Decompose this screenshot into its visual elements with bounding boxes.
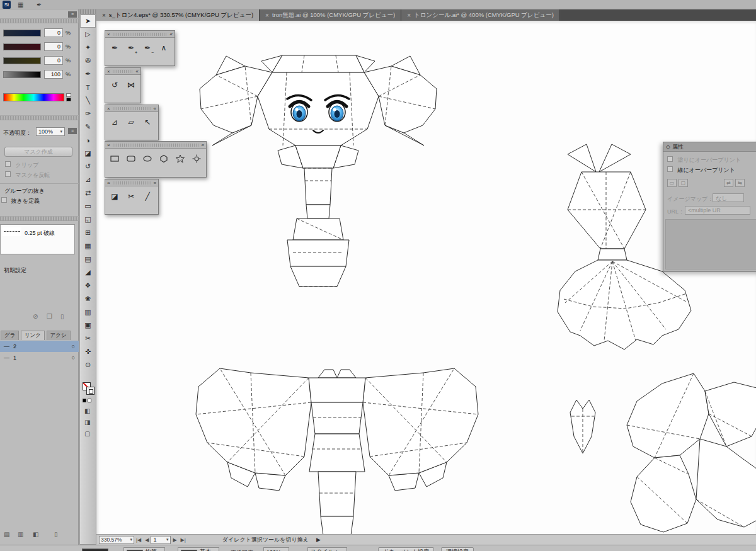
width-profile-select[interactable]: 均等 ▾ — [123, 547, 165, 551]
line-segment-tool[interactable]: ╲ — [80, 94, 96, 107]
brush-list-item[interactable]: 0.25 pt 破線 — [1, 225, 74, 239]
width-tool[interactable]: ⇄ — [80, 186, 96, 200]
stroke-color-swatch[interactable] — [86, 387, 94, 395]
target-circle-icon[interactable]: ○ — [72, 355, 75, 361]
drag-handle[interactable] — [113, 144, 199, 147]
image-map-rect-button[interactable]: ▭ — [667, 179, 677, 187]
image-map-poly-button[interactable]: ▢ — [679, 179, 688, 187]
delete-anchor-point-tool[interactable]: ✒− — [140, 40, 155, 55]
panel-drag-bar[interactable] — [0, 216, 79, 221]
panel-drag-bar[interactable] — [0, 115, 79, 120]
close-icon[interactable]: × — [102, 12, 106, 19]
papercraft-net-head[interactable] — [200, 55, 437, 287]
gradient-tool[interactable]: ▤ — [80, 253, 96, 266]
palette-title-bar[interactable]: × « — [105, 105, 158, 112]
make-mask-button[interactable]: マスク作成 — [4, 147, 72, 157]
opacity-field[interactable]: 100% ▾ — [36, 127, 65, 136]
close-icon[interactable]: × — [107, 142, 110, 148]
last-page-button[interactable]: ▶| — [181, 537, 186, 543]
browser-arrow-button[interactable]: ⇄ — [724, 179, 733, 187]
shape-builder-tool[interactable]: ◱ — [80, 213, 96, 226]
paintbrush-tool[interactable]: ✑ — [80, 107, 96, 120]
chevron-down-icon[interactable]: ▾ — [130, 537, 132, 542]
pen-tool[interactable]: ✒ — [80, 67, 96, 81]
checkbox-icon[interactable] — [667, 156, 673, 162]
close-icon[interactable]: × — [107, 69, 110, 74]
screen-mode-icon[interactable]: ▢ — [84, 430, 90, 437]
clip-checkbox-row[interactable]: クリップ — [5, 161, 38, 169]
scissors-tool[interactable]: ✂ — [123, 189, 139, 204]
status-expand-button[interactable]: ▶ — [316, 537, 321, 543]
type-tool[interactable]: T — [80, 81, 96, 94]
zoom-tool[interactable]: ⊙ — [80, 358, 96, 372]
rectangle-tool[interactable] — [107, 151, 122, 166]
black-ramp[interactable] — [3, 71, 41, 78]
rotate-tool[interactable]: ↺ — [80, 160, 96, 173]
slice-tool[interactable]: ✂ — [80, 332, 96, 345]
page-number-field[interactable]: 1 ▾ — [151, 536, 171, 544]
scale-tool[interactable]: ⊿ — [80, 173, 96, 186]
knockout-group-label[interactable]: グループの抜き — [4, 187, 45, 195]
star-tool[interactable] — [173, 151, 188, 166]
list-item[interactable]: — 1 ○ — [0, 352, 79, 363]
tab-links[interactable]: リンク — [21, 331, 45, 340]
tab-document-2[interactable]: × tron無題.ai @ 100% (CMYK/GPU プレビュー) — [260, 9, 401, 21]
cyan-ramp[interactable] — [3, 30, 41, 37]
trash-icon[interactable]: ▯ — [54, 531, 58, 538]
no-symbol-icon[interactable]: ⊘ — [33, 313, 38, 320]
black-chip[interactable] — [66, 98, 71, 101]
symbol-sprayer-tool[interactable]: ❀ — [80, 292, 96, 305]
magenta-ramp[interactable] — [3, 43, 41, 50]
next-page-button[interactable]: ▶ — [173, 537, 176, 543]
tab-actions[interactable]: アクシ — [47, 331, 71, 340]
panel-menu-icon[interactable]: ≡ — [68, 128, 77, 134]
eraser-tool[interactable]: ◪ — [107, 189, 122, 204]
artboard-tool[interactable]: ▣ — [80, 319, 96, 332]
eraser-tool[interactable]: ◪ — [80, 147, 96, 160]
new-layer-icon[interactable]: ◧ — [33, 531, 38, 538]
flare-tool[interactable] — [189, 151, 204, 166]
anchor-point-tool[interactable]: ∧ — [156, 40, 171, 55]
close-icon[interactable]: × — [407, 12, 411, 19]
chevron-down-icon[interactable]: ▾ — [60, 129, 62, 134]
target-circle-icon[interactable]: ○ — [72, 343, 75, 349]
panel-option-icon[interactable]: ▤ — [4, 531, 9, 538]
papercraft-net-wings[interactable] — [196, 368, 478, 534]
grid-icon[interactable]: ▦ — [18, 1, 23, 9]
collapse-icon[interactable]: « — [154, 106, 156, 111]
tools-drag-bar[interactable] — [80, 9, 96, 14]
color-mode-icon[interactable]: ◧ — [84, 407, 90, 414]
perspective-grid-tool[interactable]: ⊞ — [80, 226, 96, 239]
papercraft-net-small-piece[interactable] — [570, 400, 595, 453]
pen-icon[interactable]: ✒ — [37, 1, 42, 9]
hand-tool[interactable]: ✜ — [80, 345, 96, 358]
close-icon[interactable]: × — [107, 106, 110, 111]
magenta-value-field[interactable]: 0 — [44, 42, 63, 51]
palette-title-bar[interactable]: × « — [105, 142, 206, 149]
prev-page-button[interactable]: ◀ — [145, 537, 149, 543]
black-value-field[interactable]: 100 — [44, 70, 63, 79]
drag-handle[interactable] — [113, 107, 151, 110]
panel-drag-bar[interactable] — [0, 18, 79, 23]
add-anchor-point-tool[interactable]: ✒+ — [123, 40, 139, 55]
chevron-down-icon[interactable]: ▾ — [166, 537, 169, 542]
new-item-icon[interactable]: ❐ — [47, 313, 52, 320]
define-knockout-row[interactable]: 抜きを定義 — [1, 197, 40, 205]
magic-wand-tool[interactable]: ✦ — [80, 41, 96, 54]
yellow-ramp[interactable] — [3, 57, 41, 64]
color-spectrum-bar[interactable] — [3, 93, 64, 101]
checkbox-icon[interactable] — [1, 197, 7, 203]
rotate-tool[interactable]: ↺ — [107, 77, 122, 93]
stroke-swatch[interactable] — [82, 548, 108, 551]
close-icon[interactable]: × — [265, 12, 269, 19]
browser-arrow-alt-button[interactable]: ⇆ — [735, 179, 745, 187]
drag-handle[interactable] — [113, 70, 134, 73]
reflect-tool[interactable]: ⋈ — [123, 77, 139, 93]
pencil-tool[interactable]: ✎ — [80, 120, 96, 133]
default-settings-label[interactable]: 初期設定 — [4, 266, 26, 275]
url-field[interactable]: <multiple UR — [685, 206, 750, 215]
white-chip[interactable] — [66, 93, 71, 97]
blend-tool[interactable]: ❖ — [80, 279, 96, 292]
overprint-stroke-row[interactable]: 線にオーバープリント — [667, 166, 735, 174]
first-page-button[interactable]: |◀ — [136, 537, 141, 543]
